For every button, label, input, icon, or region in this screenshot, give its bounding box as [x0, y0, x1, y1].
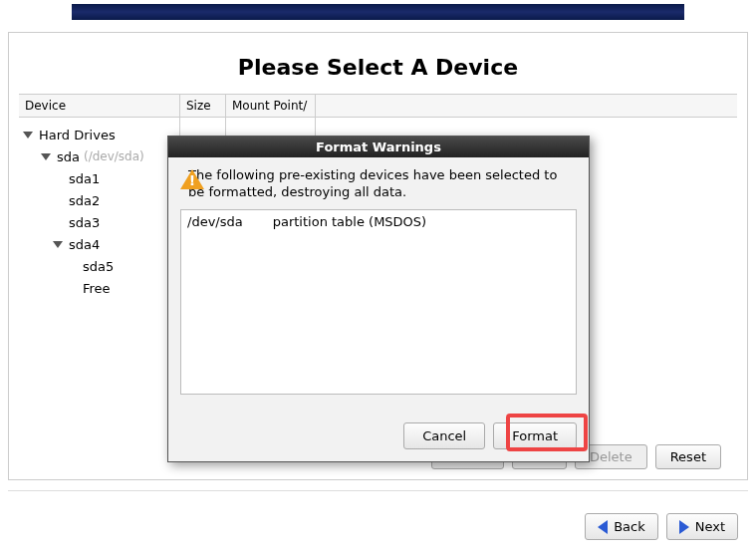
tree-label: sda2 — [69, 193, 100, 208]
column-header-blank — [316, 95, 737, 118]
tree-node-sda2[interactable]: sda2 — [23, 189, 175, 211]
reset-button[interactable]: Reset — [655, 444, 721, 469]
list-item-device: /dev/sda — [187, 214, 243, 229]
dialog-device-list[interactable]: /dev/sda partition table (MSDOS) — [180, 209, 577, 395]
arrow-right-icon — [679, 520, 689, 534]
tree-node-hard-drives[interactable]: Hard Drives — [23, 124, 175, 145]
column-header-device[interactable]: Device — [19, 95, 179, 118]
format-warnings-dialog: Format Warnings ! The following pre-exis… — [167, 136, 590, 462]
tree-label-path: (/dev/sda) — [84, 149, 144, 163]
tree-node-sda[interactable]: sda (/dev/sda) — [23, 145, 175, 167]
arrow-left-icon — [598, 520, 608, 534]
tree-node-sda4[interactable]: sda4 — [23, 233, 175, 255]
tree-node-sda3[interactable]: sda3 — [23, 211, 175, 233]
wizard-nav: Back Next — [585, 513, 738, 540]
list-item-desc: partition table (MSDOS) — [273, 214, 426, 229]
column-header-mount[interactable]: Mount Point/ — [226, 95, 315, 118]
tree-label: sda5 — [83, 259, 114, 274]
chevron-down-icon[interactable] — [41, 153, 51, 160]
tree-label: sda3 — [69, 215, 100, 230]
tree-label: Hard Drives — [39, 128, 116, 142]
tree-label: sda4 — [69, 237, 100, 252]
back-button[interactable]: Back — [585, 513, 658, 540]
tree-node-free[interactable]: Free — [23, 277, 175, 299]
device-tree[interactable]: Hard Drives sda (/dev/sda) sda1 sda2 sda… — [19, 118, 179, 305]
next-button[interactable]: Next — [666, 513, 738, 540]
tree-node-sda5[interactable]: sda5 — [23, 255, 175, 277]
dialog-message: The following pre-existing devices have … — [188, 167, 577, 201]
dialog-buttons: Cancel Format — [180, 422, 577, 449]
page-title: Please Select A Device — [19, 55, 737, 80]
tree-label: sda — [57, 149, 80, 164]
next-label: Next — [695, 519, 725, 534]
chevron-down-icon[interactable] — [53, 241, 63, 248]
tree-label: sda1 — [69, 171, 100, 186]
tree-label: Free — [83, 281, 111, 296]
format-button[interactable]: Format — [493, 422, 577, 449]
column-header-size[interactable]: Size — [180, 95, 225, 118]
separator — [8, 490, 748, 491]
dialog-message-row: ! The following pre-existing devices hav… — [180, 167, 577, 201]
list-item[interactable]: /dev/sda partition table (MSDOS) — [187, 214, 570, 229]
cancel-button[interactable]: Cancel — [403, 422, 485, 449]
chevron-down-icon[interactable] — [23, 132, 33, 139]
dialog-title: Format Warnings — [168, 137, 589, 157]
tree-node-sda1[interactable]: sda1 — [23, 167, 175, 189]
window-header-stripe — [72, 4, 684, 20]
back-label: Back — [614, 519, 645, 534]
